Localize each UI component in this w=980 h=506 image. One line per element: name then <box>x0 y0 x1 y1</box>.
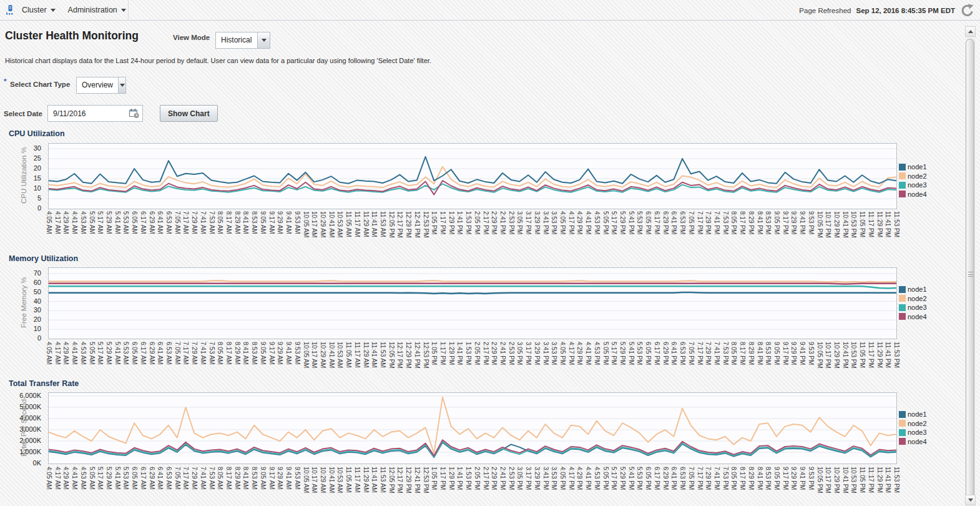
legend-swatch <box>899 304 906 311</box>
x-tick-label: 11:53 PM <box>893 342 900 368</box>
x-tick-label: 7:53 AM <box>208 211 215 234</box>
x-tick-label: 8:17 PM <box>739 211 746 234</box>
x-tick-label: 6:29 AM <box>149 211 155 234</box>
x-tick-label: 4:53 PM <box>594 467 600 490</box>
x-tick-label: 10:41 PM <box>842 342 849 369</box>
x-tick-label: 9:53 AM <box>294 211 301 234</box>
x-tick-label: 7:05 AM <box>174 342 181 365</box>
x-tick-label: 10:53 AM <box>336 342 343 368</box>
x-tick-label: 2:17 PM <box>483 211 489 234</box>
x-tick-label: 8:53 PM <box>765 211 772 234</box>
x-tick-label: 4:41 AM <box>71 211 78 234</box>
x-tick-label: 8:53 AM <box>251 467 258 490</box>
select-date-field[interactable]: 9/11/2016 <box>47 105 143 122</box>
chart-type-select[interactable]: Overview <box>76 77 126 94</box>
scrollbar-thumb[interactable] <box>966 39 974 499</box>
x-tick-label: 11:05 AM <box>345 342 352 368</box>
x-tick-label: 7:05 PM <box>688 467 695 490</box>
x-tick-label: 8:17 AM <box>225 211 232 234</box>
x-tick-label: 6:29 AM <box>149 467 155 490</box>
x-tick-label: 5:05 PM <box>602 342 609 365</box>
chart-legend: node1node2node3node4 <box>899 410 927 446</box>
view-mode-label: View Mode <box>173 34 210 41</box>
x-tick-label: 2:29 PM <box>491 467 497 490</box>
menu-cluster[interactable]: Cluster <box>16 0 62 21</box>
x-tick-label: 12:05 PM <box>388 467 395 494</box>
x-tick-label: 12:29 PM <box>405 467 412 494</box>
chart-type-dropdown-button[interactable] <box>118 77 125 93</box>
x-tick-label: 5:05 AM <box>89 211 96 234</box>
x-tick-label: 8:53 PM <box>765 342 772 365</box>
x-tick-label: 3:05 PM <box>516 342 523 365</box>
scrollbar-up-button[interactable] <box>965 26 976 37</box>
x-tick-label: 1:53 PM <box>465 467 472 490</box>
show-chart-button[interactable]: Show Chart <box>160 105 218 122</box>
calendar-picker-icon[interactable] <box>126 108 142 119</box>
x-tick-label: 7:41 AM <box>200 467 207 490</box>
view-mode-dropdown-button[interactable] <box>257 32 270 48</box>
x-tick-label: 4:41 PM <box>585 342 592 365</box>
x-tick-label: 10:29 AM <box>320 467 326 493</box>
x-tick-label: 9:17 PM <box>782 342 789 365</box>
x-tick-label: 6:05 AM <box>131 467 138 490</box>
legend-label: node3 <box>908 181 927 189</box>
x-tick-label: 5:53 PM <box>636 467 643 490</box>
scroll-down-icon <box>968 499 973 502</box>
y-tick-label: 6,000K <box>19 392 41 399</box>
x-tick-label: 8:29 AM <box>234 342 241 365</box>
refresh-icon[interactable] <box>960 3 975 18</box>
y-tick-label: 0 <box>37 204 41 212</box>
plot-area <box>48 392 897 464</box>
x-tick-label: 10:41 PM <box>842 467 849 494</box>
y-tick-label: 4,000K <box>19 414 41 422</box>
x-tick-label: 9:53 PM <box>808 342 815 365</box>
x-tick-label: 5:17 PM <box>610 467 617 490</box>
x-tick-label: 9:53 AM <box>294 467 301 490</box>
vertical-scrollbar[interactable] <box>965 25 976 506</box>
y-tick-label: 30 <box>34 144 41 152</box>
menu-administration[interactable]: Administration <box>62 0 132 21</box>
x-tick-label: 1:41 PM <box>456 467 463 490</box>
x-tick-label: 10:05 AM <box>303 467 310 493</box>
x-tick-label: 8:05 PM <box>730 467 737 490</box>
x-tick-label: 9:17 PM <box>782 467 789 490</box>
line-chart-canvas <box>49 393 896 464</box>
x-tick-label: 2:41 PM <box>499 211 506 234</box>
legend-swatch <box>899 313 906 320</box>
x-tick-label: 10:17 PM <box>825 467 831 494</box>
select-date-value: 9/11/2016 <box>48 109 126 118</box>
scrollbar-down-button[interactable] <box>965 495 976 505</box>
x-tick-label: 3:53 PM <box>551 211 557 234</box>
x-tick-label: 6:17 PM <box>654 342 660 365</box>
x-tick-label: 11:41 PM <box>884 211 891 237</box>
x-tick-label: 5:05 PM <box>602 467 609 490</box>
y-axis-ticks: 010203040506070 <box>17 267 45 338</box>
x-tick-label: 7:17 PM <box>697 467 703 490</box>
y-tick-label: 1,000K <box>19 448 41 455</box>
x-tick-label: 10:53 AM <box>336 467 343 493</box>
x-tick-label: 11:05 AM <box>345 211 352 237</box>
x-tick-label: 9:41 PM <box>799 467 806 490</box>
view-mode-select[interactable]: Historical <box>215 32 270 49</box>
x-tick-label: 3:29 PM <box>534 467 541 490</box>
legend-label: node3 <box>908 304 927 311</box>
legend-item-node2: node2 <box>899 172 927 181</box>
x-tick-label: 4:17 PM <box>568 342 575 365</box>
x-tick-label: 12:17 PM <box>396 342 403 369</box>
x-tick-label: 11:29 PM <box>876 342 883 368</box>
legend-label: node2 <box>908 172 927 180</box>
x-tick-label: 12:29 PM <box>405 211 412 238</box>
x-tick-label: 6:17 AM <box>140 211 147 234</box>
legend-swatch <box>899 429 906 436</box>
x-tick-label: 4:05 PM <box>559 467 566 490</box>
x-tick-label: 6:17 PM <box>654 211 660 234</box>
x-tick-label: 7:41 PM <box>713 342 720 365</box>
x-tick-label: 6:41 PM <box>670 211 677 234</box>
x-tick-label: 5:53 AM <box>122 467 129 490</box>
x-tick-label: 7:53 PM <box>722 342 729 365</box>
x-tick-label: 10:53 PM <box>850 342 857 369</box>
x-tick-label: 7:17 AM <box>182 211 189 234</box>
x-tick-label: 9:05 PM <box>773 467 780 490</box>
x-tick-label: 10:41 AM <box>328 467 335 493</box>
x-tick-label: 5:17 PM <box>610 342 617 365</box>
